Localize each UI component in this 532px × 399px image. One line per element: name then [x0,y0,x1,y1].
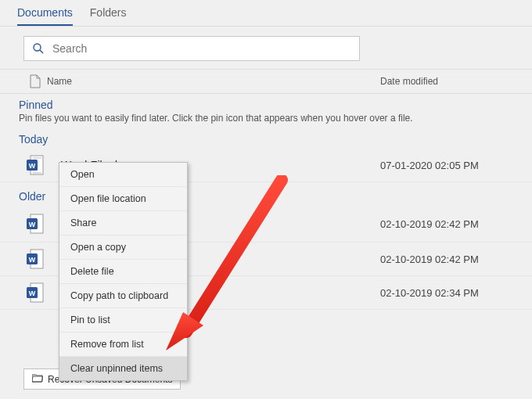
column-name-label: Name [47,76,72,87]
menu-remove-from-list[interactable]: Remove from list [59,332,187,357]
menu-open[interactable]: Open [59,163,187,187]
folder-open-icon [32,373,43,385]
column-date-label: Date modified [380,76,513,87]
menu-delete-file[interactable]: Delete file [59,260,187,284]
svg-text:W: W [29,289,36,297]
word-file-icon: W [27,249,44,269]
file-date: 02-10-2019 02:34 PM [380,287,513,299]
svg-text:W: W [29,162,36,170]
svg-line-1 [40,50,43,53]
file-date: 02-10-2019 02:42 PM [380,253,513,265]
section-desc-pinned: Pin files you want to easily find later.… [19,113,513,124]
file-date: 02-10-2019 02:42 PM [380,218,513,230]
menu-copy-path[interactable]: Copy path to clipboard [59,284,187,308]
tabs-bar: Documents Folders [0,0,532,27]
menu-clear-unpinned[interactable]: Clear unpinned items [59,357,187,380]
context-menu: Open Open file location Share Open a cop… [59,162,188,381]
search-box[interactable] [23,36,360,61]
svg-text:W: W [29,256,36,264]
tab-documents[interactable]: Documents [17,3,73,26]
svg-text:W: W [29,221,36,228]
document-icon [30,74,41,88]
section-title-today: Today [19,133,513,146]
tab-folders[interactable]: Folders [90,3,127,26]
word-file-icon: W [27,214,44,234]
menu-open-a-copy[interactable]: Open a copy [59,235,187,260]
section-today: Today [0,128,532,149]
menu-open-file-location[interactable]: Open file location [59,187,187,211]
section-pinned: Pinned Pin files you want to easily find… [0,94,532,128]
search-input[interactable] [52,42,351,55]
section-title-pinned: Pinned [19,99,513,111]
word-file-icon: W [27,155,44,175]
column-headers: Name Date modified [0,69,532,94]
word-file-icon: W [27,282,44,303]
menu-share[interactable]: Share [59,211,187,235]
search-icon [32,42,45,55]
menu-pin-to-list[interactable]: Pin to list [59,308,187,332]
file-date: 07-01-2020 02:05 PM [380,160,513,171]
svg-point-0 [34,44,41,51]
